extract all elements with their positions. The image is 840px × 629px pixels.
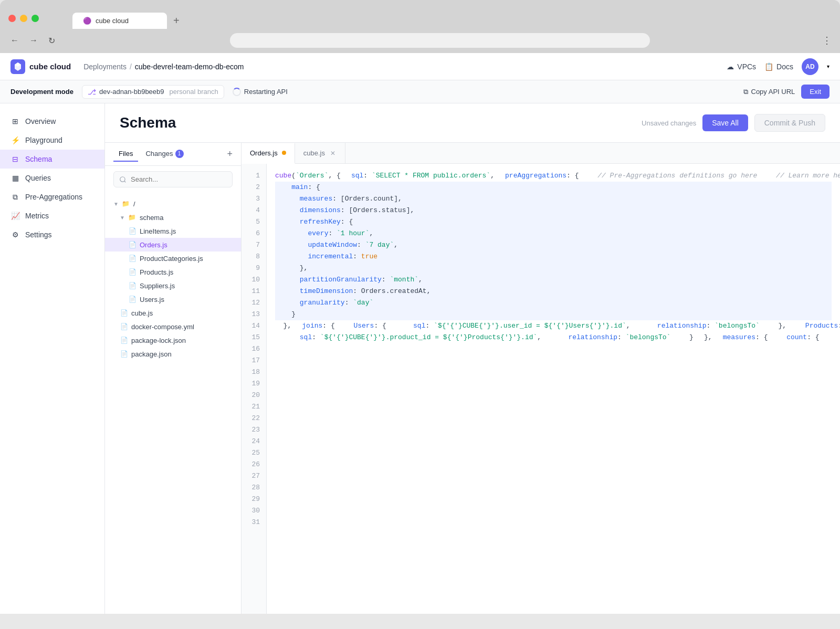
editor-tab-orders[interactable]: Orders.js	[242, 143, 295, 164]
sidebar-item-schema[interactable]: ⊟ Schema	[0, 150, 104, 169]
tree-item-products[interactable]: 📄 Products.js	[105, 265, 241, 279]
add-file-button[interactable]: +	[227, 149, 233, 160]
sidebar-item-pre-aggregations[interactable]: ⧉ Pre-Aggregations	[0, 187, 104, 206]
vpcs-link[interactable]: ☁ VPCs	[727, 62, 756, 71]
schema-actions: Unsaved changes Save All Commit & Push	[642, 114, 825, 132]
file-editor: Files Changes 1 + ▼ 📁	[105, 143, 840, 614]
exit-button[interactable]: Exit	[801, 85, 830, 99]
code-line-7: measures: [Orders.count],	[275, 193, 832, 205]
tree-item-schema-folder[interactable]: ▼ 📁 schema	[105, 211, 241, 224]
code-line-9: refreshKey: {	[275, 216, 832, 228]
code-line-2: sql: `SELECT * FROM public.orders`,	[343, 172, 495, 180]
code-line-13: },	[275, 263, 832, 274]
line-num-23: 23	[242, 424, 266, 436]
line-num-18: 18	[242, 366, 266, 378]
file-search-input[interactable]	[113, 171, 233, 187]
sidebar-item-queries[interactable]: ▦ Queries	[0, 169, 104, 187]
cloud-icon: ☁	[727, 62, 734, 71]
tree-item-root[interactable]: ▼ 📁 /	[105, 197, 241, 211]
layers-icon: ⧉	[10, 192, 20, 202]
back-button[interactable]: ←	[8, 34, 21, 47]
editor-content[interactable]: 1 2 3 4 5 6 7 8 9 10 11 12 13	[242, 164, 840, 614]
minimize-button[interactable]	[20, 15, 27, 22]
personal-branch-label: personal branch	[170, 88, 218, 96]
file-icon: 📄	[128, 254, 136, 263]
line-num-3: 3	[242, 193, 266, 205]
address-bar-row: ← → ↻ ⋮	[0, 29, 840, 53]
code-line-4: // Pre-Aggregations definitions go here	[581, 172, 757, 180]
folder-icon: 📁	[122, 200, 130, 208]
fullscreen-button[interactable]	[32, 15, 39, 22]
code-lines: cube(`Orders`, { sql: `SELECT * FROM pub…	[267, 164, 840, 614]
code-editor: Orders.js cube.js ✕ 1 2 3 4	[242, 143, 840, 614]
save-all-button[interactable]: Save All	[702, 114, 748, 131]
code-line-16: granularity: `day`	[275, 297, 832, 309]
line-num-21: 21	[242, 401, 266, 413]
branch-badge[interactable]: ⎇ dev-adnan-bb9beeb9 personal branch	[82, 85, 224, 99]
chevron-down-icon: ▼	[120, 215, 125, 221]
sidebar-item-metrics[interactable]: 📈 Metrics	[0, 206, 104, 225]
tab-changes[interactable]: Changes 1	[140, 146, 188, 162]
chart-icon: 📈	[10, 211, 20, 221]
tree-item-cube[interactable]: 📄 cube.js	[105, 306, 241, 320]
line-num-27: 27	[242, 470, 266, 482]
code-line-18: },	[275, 322, 291, 330]
file-tree-tabs: Files Changes 1 +	[105, 143, 241, 166]
code-line-5: // Learn more here: https://cube.dev/doc…	[760, 172, 840, 180]
forward-button[interactable]: →	[27, 34, 40, 47]
file-search	[105, 166, 241, 193]
tree-item-lineitems[interactable]: 📄 LineItems.js	[105, 224, 241, 238]
line-num-4: 4	[242, 205, 266, 216]
breadcrumb-separator: /	[130, 62, 132, 71]
tree-item-orders[interactable]: 📄 Orders.js	[105, 238, 241, 251]
branch-name: dev-adnan-bb9beeb9	[99, 88, 164, 96]
tree-item-package[interactable]: 📄 package.json	[105, 347, 241, 361]
sidebar-item-overview[interactable]: ⊞ Overview	[0, 112, 104, 131]
tree-label-productcategories: ProductCategories.js	[140, 255, 203, 263]
commit-push-button[interactable]: Commit & Push	[754, 114, 825, 132]
restarting-label: Restarting API	[244, 88, 288, 96]
logo: cube cloud	[10, 59, 71, 74]
traffic-lights	[8, 15, 39, 22]
browser-menu[interactable]: ⋮	[822, 35, 832, 46]
tree-item-productcategories[interactable]: 📄 ProductCategories.js	[105, 251, 241, 265]
tree-item-docker[interactable]: 📄 docker-compose.yml	[105, 320, 241, 333]
code-line-30: count: {	[770, 333, 820, 341]
file-icon: 📄	[128, 268, 136, 276]
copy-api-url-button[interactable]: ⧉ Copy API URL	[743, 88, 795, 96]
close-button[interactable]	[8, 15, 16, 22]
file-tree: Files Changes 1 + ▼ 📁	[105, 143, 242, 614]
browser-tab-active[interactable]: 🟣 cube cloud	[72, 13, 167, 29]
editor-tab-cube[interactable]: cube.js ✕	[295, 143, 345, 163]
line-num-17: 17	[242, 355, 266, 366]
table-icon: ▦	[10, 173, 20, 183]
code-line-17: }	[275, 309, 832, 320]
line-num-5: 5	[242, 216, 266, 228]
tree-item-package-lock[interactable]: 📄 package-lock.json	[105, 333, 241, 347]
file-icon: 📄	[128, 240, 136, 249]
gear-icon: ⚙	[10, 230, 20, 239]
sidebar-label-playground: Playground	[25, 136, 62, 144]
code-line-10: every: `1 hour`,	[275, 228, 832, 239]
address-input[interactable]	[230, 33, 650, 48]
tab-files[interactable]: Files	[113, 146, 138, 162]
reload-button[interactable]: ↻	[46, 34, 57, 48]
breadcrumb-parent[interactable]: Deployments	[83, 62, 127, 71]
logo-text: cube cloud	[29, 62, 71, 71]
line-num-13: 13	[242, 309, 266, 320]
docs-link[interactable]: 📋 Docs	[764, 62, 793, 71]
line-num-16: 16	[242, 343, 266, 355]
tree-label-orders: Orders.js	[140, 241, 167, 249]
vpcs-label: VPCs	[737, 62, 756, 71]
chevron-down-icon[interactable]: ▾	[827, 64, 830, 69]
tree-item-suppliers[interactable]: 📄 Suppliers.js	[105, 279, 241, 292]
new-tab-button[interactable]: +	[169, 13, 184, 29]
sidebar-item-settings[interactable]: ⚙ Settings	[0, 225, 104, 244]
tab-close-button[interactable]: ✕	[329, 150, 337, 157]
file-icon: 📄	[120, 309, 128, 317]
code-line-24: Products: {	[789, 322, 840, 330]
code-line-26: relationship: `belongsTo`	[544, 333, 671, 341]
tree-item-users[interactable]: 📄 Users.js	[105, 292, 241, 306]
sidebar-item-playground[interactable]: ⚡ Playground	[0, 131, 104, 150]
user-avatar[interactable]: AD	[802, 58, 818, 75]
